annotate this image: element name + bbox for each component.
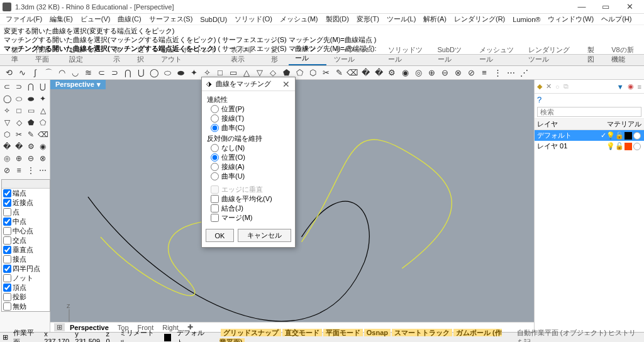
menu-item[interactable]: ツール(L) [384,14,419,25]
tool-button[interactable]: ◡ [69,67,81,79]
tool-button[interactable]: ⚙ [25,141,36,152]
tab[interactable]: 表示/非表示 [225,44,264,65]
maximize-button[interactable]: ▭ [594,0,618,14]
osnap-option[interactable]: 頂点 [2,283,50,292]
tool-button[interactable]: ⬡ [306,67,319,79]
menu-item[interactable]: ソリッド(O) [231,14,275,25]
tool-button[interactable]: ⊖ [25,153,36,164]
radio-option[interactable]: 位置(O) [211,153,290,162]
match-curve-dialog[interactable]: ⬗ 曲線をマッチング ✕ 連続性 位置(P)接線(T)曲率(C) 反対側の端を維… [201,77,296,248]
menu-item[interactable]: Lumion® [509,15,543,24]
tool-button[interactable]: � [13,141,25,152]
tab[interactable]: 選択 [131,44,153,65]
tool-button[interactable]: ▭ [25,105,36,116]
tool-button[interactable]: ⬟ [25,117,36,128]
tool-button[interactable]: ⬬ [174,67,187,79]
ok-button[interactable]: OK [206,229,235,242]
radio-option[interactable]: 接線(T) [211,114,290,123]
tool-button[interactable]: ⋰ [518,67,530,79]
tool-button[interactable]: ∿ [16,67,28,79]
radio-option[interactable]: 曲率(U) [211,172,290,181]
tool-button[interactable]: ⊕ [425,67,438,79]
tab[interactable]: レンダリングツール [522,44,580,65]
tool-button[interactable]: ▽ [1,117,13,128]
osnap-option[interactable]: 接点 [2,255,50,264]
tool-button[interactable]: ⊘ [1,165,13,176]
menu-item[interactable]: ファイル(F) [3,14,45,25]
tool-button[interactable]: ◯ [148,67,160,79]
tab[interactable]: 作業平面 [29,44,62,65]
tool-button[interactable]: ⬠ [37,117,48,128]
osnap-option[interactable]: 四半円点 [2,264,50,273]
layer-search[interactable] [535,106,644,119]
tool-button[interactable]: � [372,67,385,79]
menu-item[interactable]: ウィンドウ(W) [545,14,597,25]
tool-button[interactable]: □ [13,105,25,116]
tool-button[interactable]: ◎ [412,67,425,79]
tab[interactable]: ビューの設定 [63,44,106,65]
tool-button[interactable]: ⋃ [37,81,48,92]
tool-button[interactable]: ✎ [25,129,36,140]
tool-button[interactable]: ≋ [82,67,94,79]
osnap-option[interactable]: 無効 [2,302,50,311]
tool-button[interactable]: � [359,67,372,79]
tab[interactable]: 曲線ツール [289,43,326,65]
tool-button[interactable]: ✂ [319,67,332,79]
tool-button[interactable]: ⌫ [346,67,358,79]
osnap-option[interactable]: 中点 [2,217,50,226]
tool-button[interactable]: � [1,141,13,152]
tool-button[interactable]: ⊘ [465,67,477,79]
tab[interactable]: メッシュツール [473,44,521,65]
help-icon[interactable]: ? [535,94,644,106]
tool-button[interactable]: ⋃ [135,67,147,79]
tab[interactable]: 標準 [5,44,28,65]
status-toggle[interactable]: スマートトラック [392,329,452,336]
search-input[interactable] [537,107,641,117]
menu-item[interactable]: SubD(U) [197,15,230,24]
tab[interactable]: ビューポートレイアウト [155,44,223,65]
tool-button[interactable]: ∫ [29,67,42,79]
tool-button[interactable]: ⊗ [452,67,464,79]
tab[interactable]: SubDツール [431,44,472,65]
tool-button[interactable]: ◯ [1,93,13,104]
tool-button[interactable]: ✧ [1,105,13,116]
panel-tabs[interactable]: ◆ ✕ ○⧉ ▼◉≡ [535,80,644,94]
menu-item[interactable]: メッシュ(M) [277,14,321,25]
status-toggle[interactable]: 平面モード [323,329,363,336]
status-toggle[interactable]: グリッドスナップ [221,329,281,336]
tool-button[interactable]: ◉ [37,141,48,152]
tool-button[interactable]: ⋯ [504,67,517,79]
menu-item[interactable]: 編集(E) [47,14,76,25]
tool-button[interactable]: ⊂ [1,81,13,92]
status-toggle[interactable]: Osnap [364,329,391,336]
tool-button[interactable]: ◠ [55,67,68,79]
tool-button[interactable]: ⬭ [161,67,174,79]
checkbox-option[interactable]: マージ(M) [211,213,290,223]
tool-button[interactable]: ⬡ [1,129,13,140]
tool-button[interactable]: ⋮ [25,165,36,176]
tool-button[interactable]: ⌫ [37,129,48,140]
osnap-panel[interactable]: 端点近接点点中点中心点交点垂直点接点四半円点ノット頂点投影無効 [1,179,50,312]
tool-button[interactable]: ⊖ [438,67,451,79]
layer-row[interactable]: デフォルト✓💡🔓 [535,130,644,141]
osnap-option[interactable]: 端点 [2,189,50,198]
radio-option[interactable]: 位置(P) [211,104,290,114]
checkbox-option[interactable]: 結合(J) [211,204,290,213]
tool-button[interactable]: ⬬ [25,93,36,104]
tool-button[interactable]: ⊗ [37,153,48,164]
radio-option[interactable]: 接線(A) [211,162,290,172]
tool-button[interactable]: ⬭ [13,93,25,104]
tool-button[interactable]: ◎ [1,153,13,164]
tab[interactable]: サーフェスツール [328,44,380,65]
close-icon[interactable]: ✕ [280,79,292,89]
tool-button[interactable]: ⊂ [95,67,108,79]
workplane-label[interactable]: 作業平面 [13,328,39,343]
checkbox-option[interactable]: 曲線を平均化(V) [211,194,290,204]
tool-button[interactable]: ◇ [13,117,25,128]
tab[interactable]: 変形 [265,44,287,65]
menu-item[interactable]: ヘルプ(H) [598,14,635,25]
status-toggle[interactable]: 直交モード [282,329,322,336]
menu-item[interactable]: ビュー(V) [77,14,114,25]
tool-button[interactable]: ⟲ [3,67,15,79]
tool-button[interactable]: ◉ [399,67,411,79]
